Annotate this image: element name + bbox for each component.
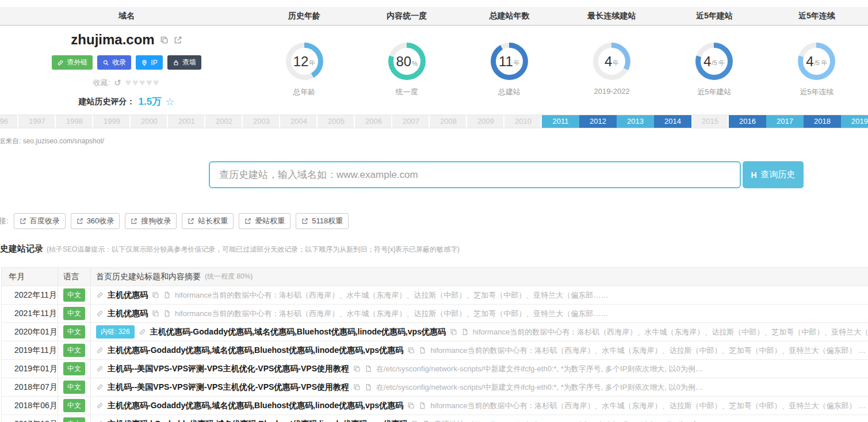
language-badge: 中文 — [63, 325, 85, 339]
snapshot-title-link[interactable]: 主机码--美国VPS-VPS评测-VPS主机优化-VPS优惠码-VPS使用教程 — [108, 382, 349, 393]
timeline-year-cell[interactable]: 1997 — [18, 115, 56, 128]
quick-links-label: 链接: — [0, 216, 9, 226]
snapshot-title-link[interactable]: 主机优惠码-Godaddy优惠码,域名优惠码,Bluehost优惠码,linod… — [150, 327, 446, 337]
domain-summary-section: zhujima.com 查外链 收录 IP 查墙 收藏: ↺ — [0, 26, 868, 113]
snapshot-description: hiformance当前的数据中心有：洛杉矶（西海岸）、水牛城（东海岸）、达拉斯… — [175, 290, 608, 301]
query-history-button[interactable]: H 查询历史 — [743, 161, 804, 188]
donut-chart: 4 /5 年 — [695, 43, 733, 80]
heart-icon[interactable]: ♥ — [125, 77, 132, 88]
history-table: 年月 语言 首页历史建站标题和内容摘要 (统一程度 80%) 2022年11月 … — [1, 267, 868, 422]
quick-link-button[interactable]: 百度收录 — [14, 213, 66, 229]
table-row: 2019年11月 中文 主机优惠码-Godaddy优惠码,域名优惠码,Blueh… — [2, 341, 868, 360]
snapshot-description: 申请地址：https://support.windowsazure.cn/zh-… — [434, 419, 703, 422]
history-section-hint: (桔子SEO温馨提示：以下仅展示部分较高参考价值记录，可能已过滤部分无效记录；以… — [47, 245, 460, 254]
timeline-year-cell[interactable]: 1996 — [0, 115, 18, 128]
timeline-year-cell[interactable]: 2012 — [579, 115, 617, 128]
timeline-year-cell[interactable]: 2019 — [841, 115, 868, 128]
snapshot-title-link[interactable]: 主机优惠码 | Godaddy优惠码,域名优惠码,Bluehost优惠码,lin… — [108, 419, 407, 422]
snapshot-description: hiformance当前的数据中心有：洛杉矶（西海岸）、水牛城（东海岸）、达拉斯… — [473, 327, 868, 337]
copy-icon[interactable] — [152, 310, 159, 317]
history-section-title: 历史建站记录 — [0, 244, 43, 254]
quick-link-button[interactable]: 搜狗收录 — [125, 213, 177, 229]
snapshot-title-link[interactable]: 主机优惠码 — [108, 309, 148, 319]
star-icon[interactable]: ☆ — [165, 96, 174, 108]
timeline-year-cell[interactable]: 2015 — [691, 115, 729, 128]
copy-icon[interactable] — [407, 347, 415, 354]
metric-chart-cell: 80 % 统一度 — [355, 26, 458, 113]
timeline-year-cell[interactable]: 2018 — [804, 115, 841, 128]
metrics-header-cell: 域名 — [0, 11, 253, 21]
col-header-content-hint: (统一程度 80%) — [205, 272, 253, 282]
row-date: 2018年06月 — [2, 397, 58, 415]
ip-lookup-button[interactable]: IP — [136, 55, 162, 70]
copy-icon[interactable] — [152, 291, 159, 299]
document-icon — [163, 310, 171, 317]
language-badge: 中文 — [63, 307, 85, 320]
document-icon — [365, 365, 372, 372]
language-badge: 中文 — [63, 344, 85, 357]
check-backlinks-button[interactable]: 查外链 — [52, 55, 93, 70]
timeline-year-cell[interactable]: 2005 — [318, 115, 355, 128]
timeline-year-cell[interactable]: 2014 — [654, 115, 691, 128]
timeline-year-cell[interactable]: 2011 — [542, 115, 579, 128]
donut-chart: 11 年 — [491, 43, 528, 80]
search-icon — [102, 59, 109, 66]
timeline-year-cell[interactable]: 2002 — [205, 115, 243, 128]
heart-icon[interactable]: ♥ — [146, 77, 153, 88]
timeline-year-cell[interactable]: 2013 — [617, 115, 654, 128]
snapshot-description: hiformance当前的数据中心有：洛杉矶（西海岸）、水牛城（东海岸）、达拉斯… — [430, 345, 866, 356]
link-icon — [96, 402, 104, 409]
donut-value: 11 — [499, 54, 513, 70]
metric-chart-cell: 4 /5 年 近5年连续 — [766, 26, 868, 113]
heart-icon[interactable]: ♥ — [132, 77, 139, 88]
timeline-year-cell[interactable]: 2008 — [430, 115, 467, 128]
snapshot-title-link[interactable]: 主机优惠码-Godaddy优惠码,域名优惠码,Bluehost优惠码,linod… — [108, 345, 403, 356]
timeline-year-cell[interactable]: 2001 — [168, 115, 205, 128]
link-icon — [96, 291, 104, 299]
copy-icon[interactable] — [407, 402, 415, 409]
donut-unit: 年 — [514, 59, 520, 67]
location-pin-icon — [141, 59, 148, 66]
document-icon — [419, 347, 426, 354]
timeline-year-cell[interactable]: 2003 — [243, 115, 280, 128]
row-date: 2017年12月 — [2, 415, 58, 422]
domain-search-input[interactable] — [209, 161, 741, 188]
link-icon — [96, 310, 104, 317]
donut-label: 总年龄 — [293, 87, 316, 97]
timeline-year-cell[interactable]: 2016 — [729, 115, 766, 128]
quick-link-button[interactable]: 5118权重 — [296, 213, 349, 229]
table-row: 2020年01月 中文 内链: 326 主机优惠码-Godaddy优惠码,域名优… — [2, 323, 868, 341]
heart-icon[interactable]: ♥ — [139, 77, 146, 88]
copy-icon[interactable] — [353, 383, 361, 391]
index-check-button[interactable]: 收录 — [97, 55, 131, 70]
copy-icon[interactable] — [450, 328, 457, 336]
snapshot-title-link[interactable]: 主机码--美国VPS-VPS评测-VPS主机优化-VPS优惠码-VPS使用教程 — [108, 364, 349, 374]
language-badge: 中文 — [63, 399, 85, 412]
timeline-year-cell[interactable]: 1999 — [93, 115, 131, 128]
timeline-year-cell[interactable]: 2000 — [131, 115, 168, 128]
timeline-year-cell[interactable]: 2017 — [766, 115, 804, 128]
copy-icon[interactable] — [353, 365, 361, 372]
timeline-year-cell[interactable]: 2006 — [355, 115, 392, 128]
quick-link-button[interactable]: 爱站权重 — [239, 213, 290, 229]
heart-icon[interactable]: ♥ — [153, 77, 160, 88]
language-badge: 中文 — [63, 381, 85, 394]
timeline-year-cell[interactable]: 2004 — [280, 115, 318, 128]
external-link-icon[interactable] — [174, 36, 182, 44]
table-row: 2019年01月 中文 主机码--美国VPS-VPS评测-VPS主机优化-VPS… — [2, 360, 868, 378]
gfw-check-button[interactable]: 查墙 — [167, 55, 201, 70]
timeline-year-cell[interactable]: 1998 — [56, 115, 93, 128]
copy-icon[interactable] — [160, 36, 169, 44]
timeline-year-cell[interactable]: 2010 — [504, 115, 542, 128]
timeline-year-cell[interactable]: 2007 — [392, 115, 430, 128]
donut-chart: 12 年 — [286, 43, 323, 80]
snapshot-title-link[interactable]: 主机优惠码 — [108, 290, 148, 301]
quick-link-button[interactable]: 站长权重 — [182, 213, 234, 229]
donut-label: 统一度 — [396, 87, 418, 97]
snapshot-title-link[interactable]: 主机优惠码-Godaddy优惠码,域名优惠码,Bluehost优惠码,linod… — [108, 401, 403, 411]
quick-link-button[interactable]: 360收录 — [71, 213, 120, 229]
metric-chart-cell: 11 年 总建站 — [458, 26, 560, 113]
snapshot-description: hiformance当前的数据中心有：洛杉矶（西海岸）、水牛城（东海岸）、达拉斯… — [175, 309, 608, 319]
timeline-year-cell[interactable]: 2009 — [467, 115, 504, 128]
refresh-icon[interactable]: ↺ — [114, 78, 121, 88]
